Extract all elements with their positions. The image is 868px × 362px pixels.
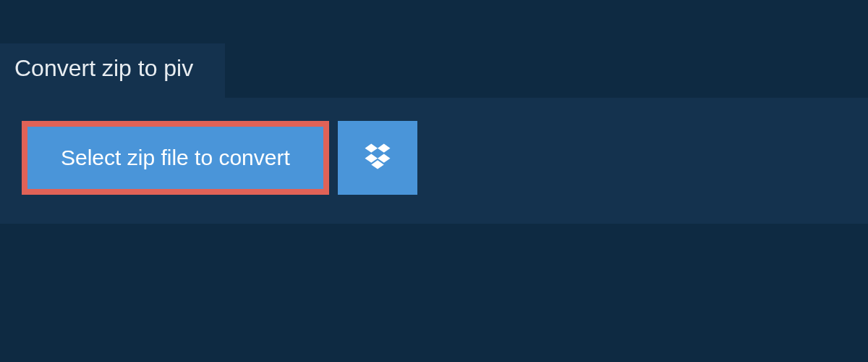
button-row: Select zip file to convert [22,121,846,195]
dropbox-button[interactable] [338,121,417,195]
dropbox-icon [362,141,393,174]
select-file-button[interactable]: Select zip file to convert [22,121,329,195]
select-file-label: Select zip file to convert [61,146,290,170]
tab-convert[interactable]: Convert zip to piv [0,43,225,98]
convert-panel: Select zip file to convert [0,98,868,224]
tab-title: Convert zip to piv [14,55,193,81]
